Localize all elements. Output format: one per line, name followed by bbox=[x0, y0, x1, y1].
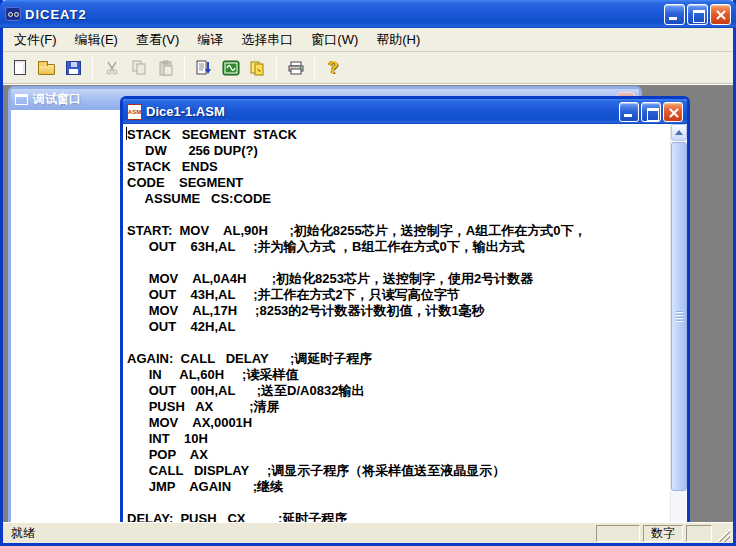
download-icon bbox=[249, 60, 266, 76]
text-caret bbox=[126, 127, 127, 140]
asm-file-icon: ASM bbox=[127, 104, 142, 120]
editor-titlebar[interactable]: ASM Dice1-1.ASM bbox=[123, 99, 687, 124]
compile-icon bbox=[195, 60, 212, 76]
toolbar-separator bbox=[314, 57, 315, 79]
print-button[interactable] bbox=[283, 56, 308, 80]
download-button[interactable] bbox=[245, 56, 270, 80]
help-icon: ? bbox=[329, 59, 339, 77]
open-file-icon bbox=[38, 64, 55, 75]
new-file-icon bbox=[14, 60, 26, 75]
paste-icon bbox=[158, 60, 174, 76]
editor-window-controls bbox=[619, 102, 683, 122]
status-text: 就绪 bbox=[11, 525, 35, 542]
scrollbar-thumb[interactable] bbox=[671, 142, 687, 491]
menu-window[interactable]: 窗口(W) bbox=[302, 28, 367, 52]
copy-button bbox=[126, 56, 151, 80]
toolbar-separator bbox=[92, 57, 93, 79]
menu-file[interactable]: 文件(F) bbox=[5, 28, 66, 52]
code-editor[interactable]: STACK SEGMENT STACK DW 256 DUP(?) STACK … bbox=[123, 124, 687, 522]
maximize-icon[interactable] bbox=[687, 4, 708, 25]
editor-window: ASM Dice1-1.ASM STACK SEGMENT STACK DW 2… bbox=[120, 96, 690, 522]
new-file-button[interactable] bbox=[7, 56, 32, 80]
app-window: DICEAT2 文件(F) 编辑(E) 查看(V) 编译 选择串口 窗口(W) … bbox=[0, 0, 736, 546]
open-file-button[interactable] bbox=[34, 56, 59, 80]
debug-window-icon bbox=[15, 94, 28, 105]
mdi-client-area: 调试窗口 ASM Dice1-1.ASM STACK SEGMENT STACK… bbox=[3, 84, 733, 522]
scroll-up-icon[interactable] bbox=[671, 124, 687, 141]
toolbar-separator bbox=[276, 57, 277, 79]
status-panel-caps bbox=[596, 525, 640, 542]
editor-title: Dice1-1.ASM bbox=[146, 104, 225, 119]
app-icon bbox=[5, 7, 21, 21]
save-file-button[interactable] bbox=[61, 56, 86, 80]
editor-maximize-icon[interactable] bbox=[641, 102, 661, 122]
debug-window-title: 调试窗口 bbox=[33, 91, 81, 108]
compile-button[interactable] bbox=[191, 56, 216, 80]
app-titlebar[interactable]: DICEAT2 bbox=[0, 0, 736, 28]
waveform-button[interactable] bbox=[218, 56, 243, 80]
window-controls bbox=[664, 4, 731, 25]
editor-body: STACK SEGMENT STACK DW 256 DUP(?) STACK … bbox=[123, 124, 687, 522]
statusbar-panels: 数字 bbox=[596, 525, 730, 542]
help-button[interactable]: ? bbox=[321, 56, 346, 80]
vertical-scrollbar[interactable] bbox=[670, 124, 687, 522]
waveform-icon bbox=[222, 60, 240, 76]
cut-button bbox=[99, 56, 124, 80]
cut-icon bbox=[104, 60, 120, 76]
resize-grip[interactable] bbox=[717, 529, 730, 542]
toolbar: ? bbox=[3, 52, 733, 84]
close-icon[interactable] bbox=[710, 4, 731, 25]
toolbar-separator bbox=[184, 57, 185, 79]
menu-edit[interactable]: 编辑(E) bbox=[66, 28, 127, 52]
editor-close-icon[interactable] bbox=[663, 102, 683, 122]
save-file-icon bbox=[66, 61, 81, 75]
status-panel-scroll bbox=[686, 525, 712, 542]
minimize-icon[interactable] bbox=[664, 4, 685, 25]
status-panel-num: 数字 bbox=[643, 525, 683, 542]
editor-minimize-icon[interactable] bbox=[619, 102, 639, 122]
paste-button bbox=[153, 56, 178, 80]
statusbar: 就绪 数字 bbox=[3, 522, 733, 543]
app-title: DICEAT2 bbox=[25, 7, 87, 22]
menubar: 文件(F) 编辑(E) 查看(V) 编译 选择串口 窗口(W) 帮助(H) bbox=[3, 28, 733, 52]
menu-compile[interactable]: 编译 bbox=[188, 28, 232, 52]
print-icon bbox=[287, 60, 305, 76]
copy-icon bbox=[131, 60, 147, 76]
menu-help[interactable]: 帮助(H) bbox=[367, 28, 429, 52]
menu-serial-port[interactable]: 选择串口 bbox=[232, 28, 302, 52]
menu-view[interactable]: 查看(V) bbox=[127, 28, 188, 52]
